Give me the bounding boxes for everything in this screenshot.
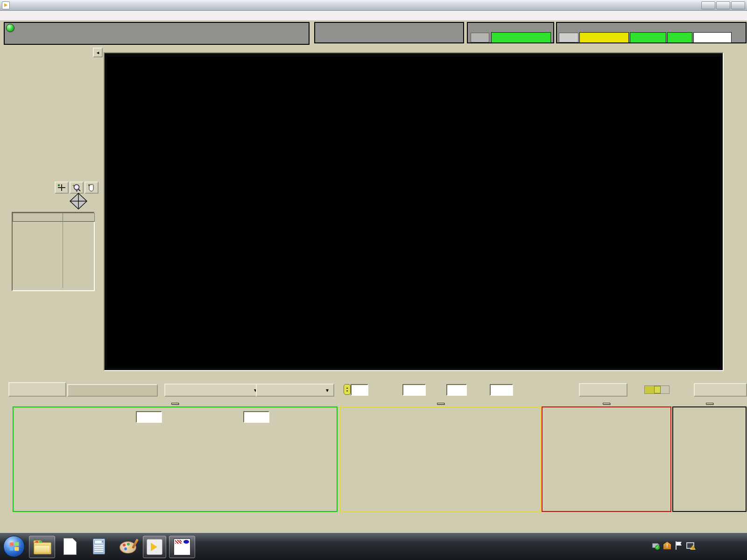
fault-summations-group bbox=[314, 22, 464, 43]
controller-status-group bbox=[467, 22, 554, 43]
slider-handle[interactable] bbox=[654, 386, 661, 393]
calculator-icon[interactable]: 8 bbox=[87, 536, 111, 557]
controller-status-count bbox=[471, 33, 489, 42]
cursors-panel bbox=[12, 212, 95, 291]
mod-i-value bbox=[490, 384, 513, 396]
save-settings-button[interactable] bbox=[694, 383, 747, 397]
explorer-icon[interactable] bbox=[29, 536, 55, 558]
app-icon bbox=[2, 1, 10, 9]
start-orb[interactable] bbox=[2, 536, 26, 557]
close-button[interactable] bbox=[731, 1, 745, 9]
cursors-x-header[interactable] bbox=[63, 213, 95, 222]
deg-120-box[interactable] bbox=[136, 411, 162, 423]
freq-pw-settings-panel bbox=[542, 406, 671, 512]
freq-pw-title bbox=[603, 403, 610, 405]
cursor-crosshair-icon[interactable] bbox=[55, 182, 69, 194]
change-mode-button[interactable] bbox=[579, 383, 627, 397]
paint-icon[interactable] bbox=[116, 536, 140, 557]
scr-v-value bbox=[402, 384, 426, 396]
hvcm-controller-window: + ◄ ▼ ▼ ▲▼ bbox=[0, 0, 747, 560]
document-icon[interactable] bbox=[58, 536, 82, 557]
safely-remove-icon[interactable]: ! bbox=[663, 542, 671, 549]
panel-led-icon bbox=[6, 24, 14, 32]
tab-freq-pw-tuning[interactable] bbox=[67, 384, 158, 397]
mod-kv-value bbox=[446, 384, 467, 396]
rftf-count bbox=[559, 33, 578, 42]
taskbar: 8 bbox=[0, 533, 747, 560]
deg-60-box[interactable] bbox=[243, 411, 269, 423]
minimize-button[interactable] bbox=[701, 1, 715, 9]
usb-device-icon[interactable]: ✓ bbox=[651, 541, 660, 550]
flux-compensation-panel bbox=[339, 406, 542, 512]
output-phases-dropdown[interactable]: ▼ bbox=[256, 384, 334, 397]
auto-save-button[interactable] bbox=[630, 32, 666, 43]
phase-settings-panel bbox=[672, 406, 747, 512]
display-tabs-group bbox=[4, 22, 310, 45]
chevron-down-icon: ▼ bbox=[325, 388, 330, 393]
vnc-icon[interactable] bbox=[169, 536, 195, 558]
flag-icon[interactable] bbox=[675, 541, 682, 550]
timing-plot-frame bbox=[104, 52, 724, 371]
network-warning-icon[interactable]: ! bbox=[686, 541, 695, 550]
svg-text:+: + bbox=[72, 183, 75, 188]
cursors-header[interactable] bbox=[13, 213, 65, 222]
title-bar bbox=[0, 0, 747, 11]
nav-diamond-icon[interactable] bbox=[68, 192, 89, 212]
display-igbt-dropdown[interactable]: ▼ bbox=[164, 384, 262, 397]
freq-pw-slider[interactable] bbox=[644, 385, 669, 394]
reset-button[interactable] bbox=[667, 32, 692, 43]
maximize-button[interactable] bbox=[716, 1, 730, 9]
rftf-controls-group bbox=[556, 22, 747, 43]
timing-plot[interactable] bbox=[107, 56, 720, 368]
menu-bar bbox=[0, 11, 747, 21]
admin-enabled-button[interactable] bbox=[579, 32, 629, 43]
run-mode-indicator bbox=[491, 32, 551, 43]
gate-scale-value[interactable] bbox=[351, 384, 368, 396]
labview-icon[interactable] bbox=[143, 536, 166, 558]
start-pulse-title bbox=[171, 403, 179, 405]
system-tray: ✓ ! ! bbox=[651, 541, 695, 550]
flux-title bbox=[437, 403, 444, 405]
start-pulse-settings-panel bbox=[13, 406, 338, 512]
gate-scale-spinner[interactable]: ▲▼ bbox=[344, 384, 351, 395]
tab-igbt-drive-settings[interactable] bbox=[8, 382, 66, 397]
run-button[interactable] bbox=[693, 32, 732, 43]
scroll-left-arrow[interactable]: ◄ bbox=[93, 48, 103, 57]
phase-title bbox=[706, 403, 713, 405]
